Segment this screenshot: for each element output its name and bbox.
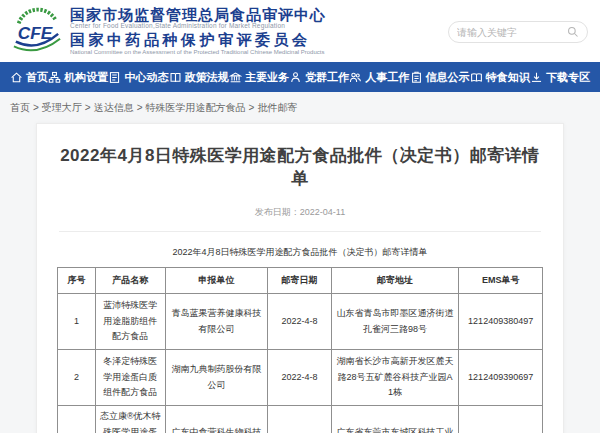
nav-item-label: 党群工作 — [305, 70, 349, 85]
org-name-zh-2: 国家中药品种保护审评委员会 — [70, 32, 326, 48]
column-header: 序号 — [58, 268, 96, 294]
org-icon — [48, 71, 61, 84]
table-row: 2冬泽定特殊医学用途蛋白质组件配方食品湖南九典制药股份有限公司2022-4-8湖… — [58, 350, 543, 406]
page-title: 2022年4月8日特殊医学用途配方食品批件（决定书）邮寄详情单 — [57, 144, 543, 190]
breadcrumb-separator: > — [137, 102, 143, 113]
column-header: 邮寄日期 — [268, 268, 332, 294]
table-cell: 山东省青岛市即墨区通济街道孔雀河三路98号 — [331, 294, 458, 350]
column-header: 产品名称 — [95, 268, 165, 294]
table-cell: 蓝沛特殊医学用途脂肪组件配方食品 — [95, 294, 165, 350]
people-icon — [349, 71, 362, 84]
breadcrumb: 首页>受理大厅>送达信息>特殊医学用途配方食品>批件邮寄 — [0, 92, 600, 123]
nav-item-特食知识[interactable]: 特食知识 — [470, 70, 530, 85]
party-icon — [289, 71, 302, 84]
info-icon — [410, 71, 423, 84]
table-cell: 2022-4-8 — [268, 350, 332, 406]
nav-item-党群工作[interactable]: 党群工作 — [289, 70, 349, 85]
home-icon — [10, 71, 23, 84]
nav-item-政策法规[interactable]: 政策法规 — [169, 70, 229, 85]
table-cell: 2 — [58, 350, 96, 406]
org-name-en-1: Center for Food Evaluation,State Adminis… — [70, 23, 326, 30]
table-header-row: 序号产品名称申报单位邮寄日期邮寄地址EMS单号 — [58, 268, 543, 294]
search-icon[interactable] — [567, 26, 579, 38]
nav-item-中心动态[interactable]: 中心动态 — [108, 70, 168, 85]
table-cell: 1 — [58, 294, 96, 350]
breadcrumb-item[interactable]: 特殊医学用途配方食品 — [146, 102, 246, 113]
table-cell: 青岛蓝果营养健康科技有限公司 — [165, 294, 268, 350]
nav-item-label: 政策法规 — [185, 70, 229, 85]
table-caption: 2022年4月8日特殊医学用途配方食品批件（决定书）邮寄详情单 — [57, 246, 543, 259]
table-cell: 态立康®优木特殊医学用途蛋白质组件配方食品 — [95, 406, 165, 433]
org-name-zh-1: 国家市场监督管理总局食品审评中心 — [70, 7, 326, 23]
column-header: 邮寄地址 — [331, 268, 458, 294]
nav-item-label: 人事工作 — [365, 70, 409, 85]
table-cell: 1212409380497 — [459, 294, 543, 350]
download-icon — [530, 71, 543, 84]
column-header: EMS单号 — [459, 268, 543, 294]
breadcrumb-item[interactable]: 送达信息 — [94, 102, 134, 113]
svg-text:CFE: CFE — [18, 23, 53, 43]
news-icon — [108, 71, 121, 84]
law-icon — [169, 71, 182, 84]
nav-item-信息公示[interactable]: 信息公示 — [410, 70, 470, 85]
nav-item-label: 机构设置 — [64, 70, 108, 85]
table-cell: 1212409390697 — [459, 350, 543, 406]
table-cell: 3 — [58, 406, 96, 433]
main-nav: 首页机构设置中心动态政策法规主要业务党群工作人事工作信息公示特食知识下载专区 — [0, 62, 600, 92]
title-divider — [59, 231, 541, 232]
table-cell: 湖南省长沙市高新开发区麓天路28号五矿麓谷科技产业园A1栋 — [331, 350, 458, 406]
search-input[interactable] — [457, 27, 567, 38]
column-header: 申报单位 — [165, 268, 268, 294]
business-icon — [229, 71, 242, 84]
table-row: 3态立康®优木特殊医学用途蛋白质组件配方食品广东中食营科生物科技有限公司2022… — [58, 406, 543, 433]
org-name-en-2: National Committee on the Assessment of … — [70, 49, 326, 55]
table-cell: 1212409405397 — [459, 406, 543, 433]
knowledge-icon — [470, 71, 483, 84]
table-cell: 广东省东莞市东城区科技工业园同庆路6号 — [331, 406, 458, 433]
table-cell: 2022-4-8 — [268, 294, 332, 350]
cfe-logo: CFE — [12, 7, 62, 55]
table-cell: 广东中食营科生物科技有限公司 — [165, 406, 268, 433]
nav-item-label: 信息公示 — [426, 70, 470, 85]
nav-item-首页[interactable]: 首页 — [10, 70, 48, 85]
publish-date: 发布日期：2022-04-11 — [57, 206, 543, 219]
breadcrumb-separator: > — [33, 102, 39, 113]
nav-item-label: 下载专区 — [546, 70, 590, 85]
breadcrumb-item[interactable]: 首页 — [10, 102, 30, 113]
table-cell: 2022-4-8 — [268, 406, 332, 433]
mail-detail-table: 序号产品名称申报单位邮寄日期邮寄地址EMS单号 1蓝沛特殊医学用途脂肪组件配方食… — [57, 267, 543, 433]
table-cell: 湖南九典制药股份有限公司 — [165, 350, 268, 406]
nav-item-人事工作[interactable]: 人事工作 — [349, 70, 409, 85]
table-row: 1蓝沛特殊医学用途脂肪组件配方食品青岛蓝果营养健康科技有限公司2022-4-8山… — [58, 294, 543, 350]
content-card: 2022年4月8日特殊医学用途配方食品批件（决定书）邮寄详情单 发布日期：202… — [36, 123, 564, 433]
nav-item-label: 特食知识 — [486, 70, 530, 85]
breadcrumb-item[interactable]: 批件邮寄 — [257, 102, 297, 113]
nav-item-机构设置[interactable]: 机构设置 — [48, 70, 108, 85]
nav-item-主要业务[interactable]: 主要业务 — [229, 70, 289, 85]
breadcrumb-item[interactable]: 受理大厅 — [42, 102, 82, 113]
table-cell: 冬泽定特殊医学用途蛋白质组件配方食品 — [95, 350, 165, 406]
breadcrumb-separator: > — [249, 102, 255, 113]
nav-item-label: 首页 — [26, 70, 48, 85]
nav-item-label: 主要业务 — [245, 70, 289, 85]
breadcrumb-separator: > — [85, 102, 91, 113]
org-title-block: 国家市场监督管理总局食品审评中心 Center for Food Evaluat… — [70, 7, 326, 56]
nav-item-label: 中心动态 — [124, 70, 168, 85]
nav-item-下载专区[interactable]: 下载专区 — [530, 70, 590, 85]
site-header: CFE 国家市场监督管理总局食品审评中心 Center for Food Eva… — [0, 0, 600, 62]
search-box — [448, 21, 588, 43]
